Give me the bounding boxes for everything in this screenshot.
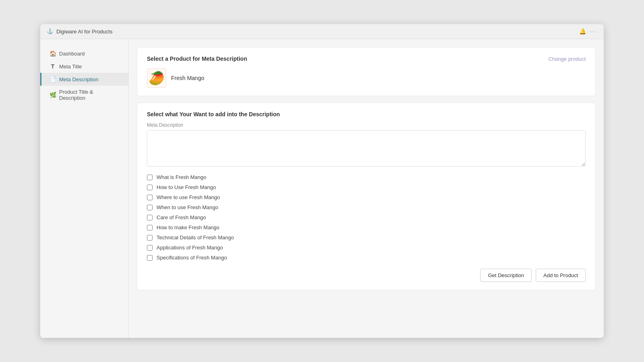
sidebar-item-meta-description[interactable]: 📄 Meta Description bbox=[40, 73, 128, 86]
checkbox-when-label: When to use Fresh Mango bbox=[157, 204, 218, 210]
checkbox-when[interactable]: When to use Fresh Mango bbox=[147, 204, 586, 210]
checkbox-applications[interactable]: Applications of Fresh Mango bbox=[147, 245, 586, 251]
checkbox-what-label: What is Fresh Mango bbox=[157, 174, 206, 180]
title-bar-right: 🔔 ··· bbox=[579, 28, 597, 35]
product-emoji: 🥭 bbox=[149, 70, 165, 86]
main-content: Select a Product for Meta Description Ch… bbox=[129, 39, 604, 338]
meta-description-label: Meta Description bbox=[147, 122, 586, 128]
sidebar-item-dashboard[interactable]: 🏠 Dashboard bbox=[40, 47, 128, 60]
checkbox-what[interactable]: What is Fresh Mango bbox=[147, 174, 586, 180]
checkbox-how-make-input[interactable] bbox=[147, 225, 153, 230]
sidebar-item-meta-title-label: Meta Title bbox=[59, 64, 82, 70]
checkbox-what-input[interactable] bbox=[147, 175, 153, 180]
add-to-product-button[interactable]: Add to Product bbox=[536, 269, 586, 282]
meta-description-textarea[interactable] bbox=[147, 130, 586, 167]
checkbox-where[interactable]: Where to use Fresh Mango bbox=[147, 194, 586, 200]
title-bar: ⚓ Digiware AI for Products 🔔 ··· bbox=[40, 24, 604, 39]
checkbox-care[interactable]: Care of Fresh Mango bbox=[147, 214, 586, 220]
product-card-header: Select a Product for Meta Description Ch… bbox=[147, 56, 586, 62]
product-selection-card: Select a Product for Meta Description Ch… bbox=[137, 47, 596, 96]
checkbox-care-input[interactable] bbox=[147, 215, 153, 220]
app-body: 🏠 Dashboard T Meta Title 📄 Meta Descript… bbox=[40, 39, 604, 338]
app-title: Digiware AI for Products bbox=[56, 29, 112, 35]
sidebar-item-dashboard-label: Dashboard bbox=[59, 51, 85, 57]
more-options-icon[interactable]: ··· bbox=[590, 28, 597, 35]
checkbox-how-use-label: How to Use Fresh Mango bbox=[157, 184, 216, 190]
get-description-button[interactable]: Get Description bbox=[480, 269, 532, 282]
product-title-description-icon: 🌿 bbox=[50, 92, 56, 98]
browser-window: ⚓ Digiware AI for Products 🔔 ··· 🏠 Dashb… bbox=[40, 24, 604, 338]
product-row: 🥭 Fresh Mango bbox=[147, 68, 586, 88]
checkbox-technical-label: Technical Details of Fresh Mango bbox=[157, 234, 234, 241]
title-bar-left: ⚓ Digiware AI for Products bbox=[47, 28, 112, 35]
checkbox-technical-input[interactable] bbox=[147, 235, 153, 241]
product-image: 🥭 bbox=[147, 68, 166, 88]
checkbox-where-label: Where to use Fresh Mango bbox=[157, 194, 220, 200]
checkboxes-section: What is Fresh Mango How to Use Fresh Man… bbox=[147, 174, 586, 261]
checkbox-specifications-label: Specifications of Fresh Mango bbox=[157, 255, 227, 261]
checkbox-technical[interactable]: Technical Details of Fresh Mango bbox=[147, 234, 586, 241]
app-logo-icon: ⚓ bbox=[47, 28, 53, 35]
bell-icon[interactable]: 🔔 bbox=[579, 28, 586, 35]
description-section-title: Select what Your Want to add into the De… bbox=[147, 111, 586, 117]
change-product-link[interactable]: Change product bbox=[548, 56, 586, 62]
sidebar: 🏠 Dashboard T Meta Title 📄 Meta Descript… bbox=[40, 39, 129, 338]
dashboard-icon: 🏠 bbox=[50, 50, 56, 57]
sidebar-item-product-title-description[interactable]: 🌿 Product Title & Description bbox=[40, 86, 128, 104]
sidebar-item-meta-title[interactable]: T Meta Title bbox=[40, 60, 128, 73]
sidebar-item-product-title-description-label: Product Title & Description bbox=[59, 89, 120, 101]
checkbox-applications-input[interactable] bbox=[147, 245, 153, 251]
description-config-card: Select what Your Want to add into the De… bbox=[137, 103, 596, 290]
meta-description-icon: 📄 bbox=[50, 76, 56, 82]
checkbox-how-use[interactable]: How to Use Fresh Mango bbox=[147, 184, 586, 190]
product-name: Fresh Mango bbox=[171, 75, 204, 81]
sidebar-item-meta-description-label: Meta Description bbox=[59, 76, 99, 82]
checkbox-where-input[interactable] bbox=[147, 195, 153, 200]
meta-title-icon: T bbox=[50, 63, 56, 70]
checkbox-how-make[interactable]: How to make Fresh Mango bbox=[147, 224, 586, 230]
buttons-row: Get Description Add to Product bbox=[147, 269, 586, 282]
checkbox-specifications[interactable]: Specifications of Fresh Mango bbox=[147, 255, 586, 261]
checkbox-how-use-input[interactable] bbox=[147, 185, 153, 190]
checkbox-specifications-input[interactable] bbox=[147, 255, 153, 261]
checkbox-applications-label: Applications of Fresh Mango bbox=[157, 245, 223, 251]
product-card-title: Select a Product for Meta Description bbox=[147, 56, 247, 62]
checkbox-care-label: Care of Fresh Mango bbox=[157, 214, 206, 220]
checkbox-when-input[interactable] bbox=[147, 205, 153, 210]
checkbox-how-make-label: How to make Fresh Mango bbox=[157, 224, 219, 230]
